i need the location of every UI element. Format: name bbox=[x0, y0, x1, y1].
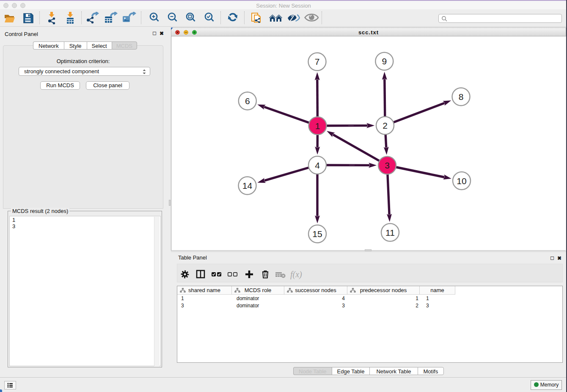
svg-text:8: 8 bbox=[459, 92, 464, 102]
svg-text:11: 11 bbox=[385, 228, 395, 237]
svg-text:10: 10 bbox=[457, 176, 466, 186]
svg-text:f(x): f(x) bbox=[290, 270, 302, 279]
svg-text:3: 3 bbox=[385, 160, 390, 170]
svg-text:7: 7 bbox=[315, 57, 320, 66]
svg-text:15: 15 bbox=[312, 229, 322, 239]
svg-text:6: 6 bbox=[245, 96, 250, 106]
svg-text:1: 1 bbox=[315, 121, 320, 131]
svg-text:14: 14 bbox=[242, 181, 253, 190]
svg-text:9: 9 bbox=[382, 56, 387, 66]
svg-text:2: 2 bbox=[383, 121, 388, 130]
svg-text:4: 4 bbox=[315, 160, 320, 170]
